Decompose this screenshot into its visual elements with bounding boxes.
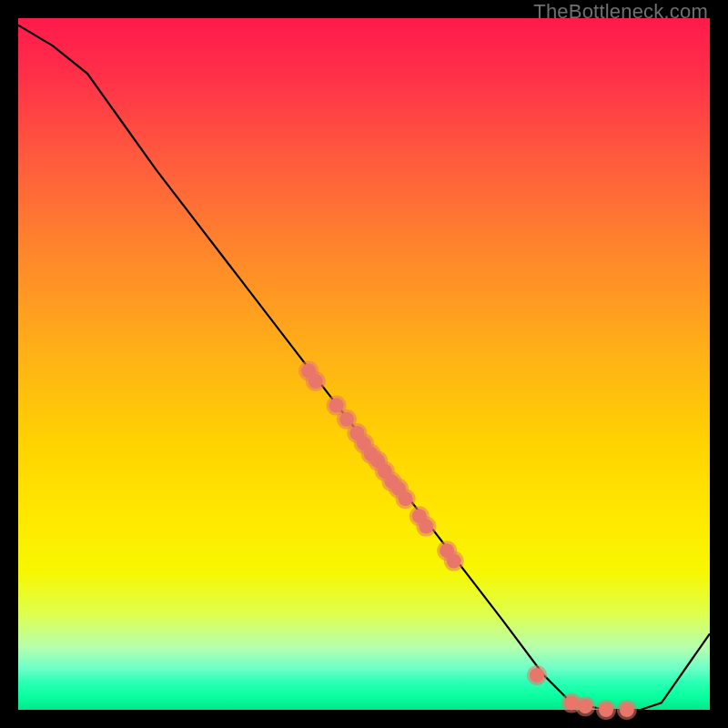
data-point [308,374,323,389]
data-point [419,520,433,534]
data-point [399,491,413,506]
chart-overlay [18,18,710,710]
data-point [339,412,354,427]
bottleneck-curve [18,25,710,710]
data-point [620,703,634,717]
data-point [530,668,544,682]
data-point [447,554,461,569]
data-point [599,703,613,717]
data-points [298,361,637,720]
data-point [578,699,592,713]
data-point [329,399,344,413]
